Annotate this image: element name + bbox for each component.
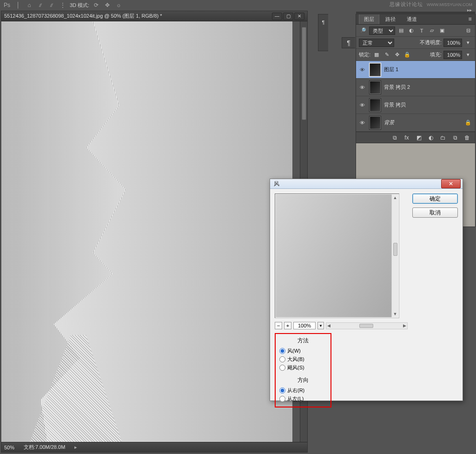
light-icon[interactable]: ☼ [114,1,123,9]
scroll-down-icon[interactable]: ▼ [392,311,398,317]
panel-menu-icon[interactable]: ≡ [466,15,474,23]
pixel-filter-icon[interactable]: ▤ [397,27,405,34]
method-blast-radio[interactable]: 大风(B) [279,355,327,363]
lock-paint-icon[interactable]: ✎ [383,51,391,59]
layer-thumbnail[interactable] [369,63,381,77]
scroll-right-icon[interactable]: ▶ [402,323,407,328]
tab-channels[interactable]: 通道 [402,14,422,24]
opacity-label: 不透明度: [420,39,442,46]
scroll-thumb[interactable] [359,324,373,328]
lock-trans-icon[interactable]: ▩ [372,51,381,59]
pan-icon[interactable]: ✥ [103,1,112,9]
minimize-button[interactable]: — [272,13,282,20]
layer-row[interactable]: 👁 背景 🔒 [356,114,475,132]
paragraph-panel-icon[interactable]: ¶ [320,17,327,27]
delete-layer-icon[interactable]: 🗑 [463,134,471,142]
layer-thumbnail[interactable] [369,98,381,112]
smart-filter-icon[interactable]: ▣ [438,27,446,34]
direction-group-label: 方向 [279,376,327,384]
zoom-dropdown-icon[interactable]: ▼ [317,322,324,329]
preview-hscrollbar[interactable]: ◀ ▶ [326,322,408,329]
close-button[interactable]: ✕ [294,13,304,20]
radio-input[interactable] [279,348,285,354]
panel-drag-handle[interactable] [356,12,475,14]
radio-input[interactable] [279,356,285,362]
layer-fx-icon[interactable]: fx [403,134,411,142]
visibility-icon[interactable]: 👁 [358,101,366,109]
layer-row[interactable]: 👁 背景 拷贝 2 [356,79,475,96]
dropdown-icon[interactable]: ▾ [464,51,472,59]
document-canvas[interactable] [1,21,292,442]
align-icon[interactable]: ⫽ [47,1,56,9]
view-icon[interactable]: ⌂ [25,1,33,9]
watermark: 思缘设计论坛 WWW.MISSYUAN.COM [390,1,472,8]
dialog-close-button[interactable]: ✕ [441,179,461,188]
zoom-out-button[interactable]: − [275,322,282,329]
layer-name[interactable]: 图层 1 [384,66,398,73]
filter-toggle-icon[interactable]: ⊟ [464,27,472,34]
new-layer-icon[interactable]: ⧉ [451,134,459,142]
lock-all-icon[interactable]: 🔒 [403,51,411,59]
align-icon[interactable]: ⫽ [36,1,45,9]
tab-layers[interactable]: 图层 [359,14,379,24]
collapsed-panel-strip[interactable]: ¶ [318,14,328,51]
layer-name[interactable]: 背景 拷贝 [384,101,406,108]
layer-thumbnail[interactable] [369,116,381,130]
opacity-input[interactable] [443,39,462,47]
direction-left-radio[interactable]: 从左(L) [279,394,327,403]
zoom-in-button[interactable]: + [284,322,291,329]
shape-filter-icon[interactable]: ▱ [428,27,436,34]
document-title: 5512436_1287073268098_1024x1024it.jpg @ … [4,13,162,20]
layer-mask-icon[interactable]: ◩ [415,134,423,142]
ok-button[interactable]: 确定 [412,194,458,204]
document-info[interactable]: 文档:7.00M/28.0M [24,444,65,451]
fill-input[interactable] [443,51,462,59]
filter-preview[interactable]: ▲ ▼ [275,194,399,318]
visibility-icon[interactable]: 👁 [358,66,366,74]
new-group-icon[interactable]: 🗀 [439,134,447,142]
filter-kind-select[interactable]: 类型 [369,27,395,35]
blend-mode-select[interactable]: 正常 [359,39,394,47]
method-wind-radio[interactable]: 风(W) [279,347,327,355]
info-chevron-icon[interactable]: ▸ [74,444,77,450]
layer-row[interactable]: 👁 背景 拷贝 [356,96,475,114]
visibility-icon[interactable]: 👁 [358,119,366,127]
search-kind-icon[interactable]: 🔎 [359,27,367,34]
radio-input[interactable] [279,387,285,394]
visibility-icon[interactable]: 👁 [358,83,366,92]
paragraph-panel-icon[interactable]: ¶ [342,37,355,48]
maximize-button[interactable]: ▢ [283,13,293,20]
radio-input[interactable] [279,365,285,371]
layer-name[interactable]: 背景 拷贝 2 [384,84,410,91]
orbit-icon[interactable]: ⟳ [92,1,100,9]
window-controls: — ▢ ✕ [272,13,304,20]
layers-panel: ▸▸ ¶ 图层 路径 通道 ≡ 🔎 类型 ▤ ◐ T ▱ ▣ ⊟ 正常 不透明度… [356,14,476,143]
document-titlebar[interactable]: 5512436_1287073268098_1024x1024it.jpg @ … [1,11,307,21]
dialog-title: 风 [274,180,279,188]
dialog-titlebar[interactable]: 风 ✕ [270,179,463,189]
distribute-icon[interactable]: ⋮ [59,1,67,9]
adjust-filter-icon[interactable]: ◐ [407,27,416,34]
layer-row[interactable]: 👁 图层 1 [356,61,475,79]
collapse-panel-icon[interactable]: ▸▸ [465,6,474,13]
adjustment-layer-icon[interactable]: ◐ [427,134,435,142]
scroll-thumb[interactable] [302,27,306,120]
scroll-left-icon[interactable]: ◀ [326,323,331,328]
method-stagger-radio[interactable]: 飓风(S) [279,363,327,372]
scroll-thumb[interactable] [393,243,397,256]
toolbar-divider: │ [14,1,22,9]
scroll-up-icon[interactable]: ▲ [392,194,398,201]
link-layers-icon[interactable]: ⧉ [390,134,399,142]
preview-vscrollbar[interactable]: ▲ ▼ [391,194,398,317]
zoom-level[interactable]: 50% [4,445,14,450]
direction-right-radio[interactable]: 从右(R) [279,386,327,394]
radio-input[interactable] [279,396,285,402]
tab-paths[interactable]: 路径 [380,14,401,24]
lock-pos-icon[interactable]: ✥ [393,51,401,59]
layer-thumbnail[interactable] [369,80,381,94]
type-filter-icon[interactable]: T [417,27,426,34]
cancel-button[interactable]: 取消 [412,207,458,218]
dropdown-icon[interactable]: ▾ [464,39,472,47]
layer-name[interactable]: 背景 [384,119,394,126]
zoom-percent[interactable]: 100% [293,322,316,329]
